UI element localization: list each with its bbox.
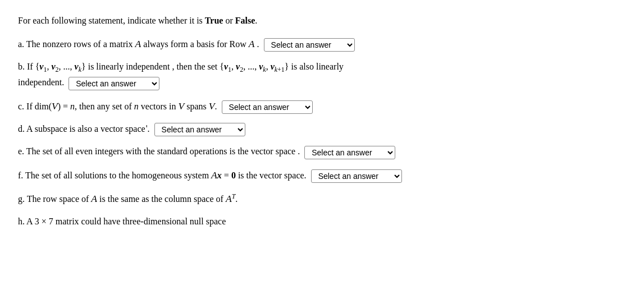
question-a-label: a. The nonzero rows of a matrix A always… xyxy=(18,39,259,49)
instruction-false: False xyxy=(235,16,255,25)
question-e: e. The set of all even integers with the… xyxy=(18,144,626,159)
question-c-select[interactable]: Select an answer True False xyxy=(222,100,313,114)
question-f: f. The set of all solutions to the homog… xyxy=(18,167,626,183)
question-d-select[interactable]: Select an answer True False xyxy=(154,123,245,136)
question-b: b. If {v1, v2, ..., vk} is linearly inde… xyxy=(18,59,626,90)
question-d: d. A subspace is also a vector spaceˈ. S… xyxy=(18,122,626,136)
question-c-text: c. If dim(V) = n, then any set of n vect… xyxy=(18,102,217,111)
question-f-text: f. The set of all solutions to the homog… xyxy=(18,171,307,180)
question-e-select[interactable]: Select an answer True False xyxy=(304,146,395,159)
instruction-suffix: . xyxy=(255,16,257,25)
question-b-select[interactable]: Select an answer True False xyxy=(68,77,159,90)
instruction-true: True xyxy=(205,16,223,25)
question-g-text: g. The row space of A is the same as the… xyxy=(18,194,237,204)
question-b-text: b. If {v1, v2, ..., vk} is linearly inde… xyxy=(18,62,344,71)
question-a: a. The nonzero rows of a matrix A always… xyxy=(18,36,626,52)
question-c: c. If dim(V) = n, then any set of n vect… xyxy=(18,98,626,114)
question-a-select[interactable]: Select an answer True False xyxy=(264,38,355,52)
instruction: For each following statement, indicate w… xyxy=(18,13,626,28)
question-e-text: e. The set of all even integers with the… xyxy=(18,146,300,156)
question-h: h. A 3 × 7 matrix could have three-dimen… xyxy=(18,214,626,229)
question-g: g. The row space of A is the same as the… xyxy=(18,191,626,206)
question-h-text: h. A 3 × 7 matrix could have three-dimen… xyxy=(18,217,226,226)
question-b-text2: independent. xyxy=(18,77,64,87)
instruction-middle: or xyxy=(223,16,235,25)
question-d-text: d. A subspace is also a vector spaceˈ. xyxy=(18,124,150,134)
instruction-prefix: For each following statement, indicate w… xyxy=(18,16,205,25)
question-f-select[interactable]: Select an answer True False xyxy=(311,169,402,183)
